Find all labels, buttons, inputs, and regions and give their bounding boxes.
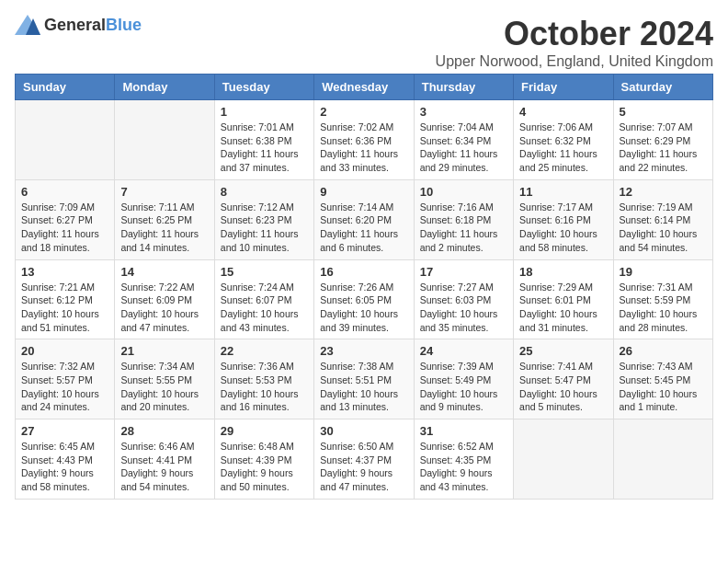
day-info: Sunrise: 7:21 AM Sunset: 6:12 PM Dayligh…: [21, 281, 108, 335]
day-number: 24: [420, 344, 507, 358]
day-info: Sunrise: 6:46 AM Sunset: 4:41 PM Dayligh…: [120, 440, 208, 494]
day-number: 27: [21, 424, 108, 438]
page-header: GeneralBlue October 2024 Upper Norwood, …: [15, 15, 713, 70]
day-number: 30: [320, 424, 407, 438]
calendar-day-cell: 5Sunrise: 7:07 AM Sunset: 6:29 PM Daylig…: [613, 100, 712, 180]
calendar-day-cell: 17Sunrise: 7:27 AM Sunset: 6:03 PM Dayli…: [414, 259, 513, 339]
calendar-day-cell: 8Sunrise: 7:12 AM Sunset: 6:23 PM Daylig…: [214, 179, 313, 259]
day-number: 18: [519, 265, 607, 279]
logo-general: General: [44, 16, 106, 34]
weekday-header: Saturday: [613, 75, 712, 100]
day-info: Sunrise: 7:01 AM Sunset: 6:38 PM Dayligh…: [221, 121, 308, 175]
calendar-day-cell: 29Sunrise: 6:48 AM Sunset: 4:39 PM Dayli…: [214, 419, 313, 500]
calendar-day-cell: 3Sunrise: 7:04 AM Sunset: 6:34 PM Daylig…: [414, 100, 513, 180]
day-number: 12: [620, 185, 707, 199]
month-title: October 2024: [436, 15, 713, 53]
day-info: Sunrise: 7:07 AM Sunset: 6:29 PM Dayligh…: [620, 121, 707, 175]
calendar-day-cell: 20Sunrise: 7:32 AM Sunset: 5:57 PM Dayli…: [16, 339, 115, 419]
day-info: Sunrise: 6:52 AM Sunset: 4:35 PM Dayligh…: [420, 440, 507, 494]
day-info: Sunrise: 7:06 AM Sunset: 6:32 PM Dayligh…: [519, 121, 607, 175]
calendar-day-cell: 15Sunrise: 7:24 AM Sunset: 6:07 PM Dayli…: [214, 259, 313, 339]
calendar-day-cell: 21Sunrise: 7:34 AM Sunset: 5:55 PM Dayli…: [115, 339, 214, 419]
day-number: 7: [120, 185, 208, 199]
calendar-week-row: 27Sunrise: 6:45 AM Sunset: 4:43 PM Dayli…: [16, 419, 713, 500]
day-info: Sunrise: 7:31 AM Sunset: 5:59 PM Dayligh…: [620, 281, 707, 335]
weekday-header: Tuesday: [214, 75, 313, 100]
logo-blue: Blue: [106, 16, 142, 34]
day-info: Sunrise: 7:17 AM Sunset: 6:16 PM Dayligh…: [519, 201, 607, 255]
calendar-week-row: 20Sunrise: 7:32 AM Sunset: 5:57 PM Dayli…: [16, 339, 713, 419]
weekday-header: Friday: [514, 75, 613, 100]
day-number: 4: [519, 105, 607, 119]
day-number: 28: [120, 424, 208, 438]
day-number: 25: [519, 344, 607, 358]
calendar-day-cell: 7Sunrise: 7:11 AM Sunset: 6:25 PM Daylig…: [115, 179, 214, 259]
weekday-header: Monday: [115, 75, 214, 100]
calendar-day-cell: 23Sunrise: 7:38 AM Sunset: 5:51 PM Dayli…: [314, 339, 414, 419]
day-info: Sunrise: 6:45 AM Sunset: 4:43 PM Dayligh…: [21, 440, 108, 494]
day-number: 21: [120, 344, 208, 358]
calendar-day-cell: 28Sunrise: 6:46 AM Sunset: 4:41 PM Dayli…: [115, 419, 214, 500]
day-info: Sunrise: 6:50 AM Sunset: 4:37 PM Dayligh…: [320, 440, 407, 494]
logo: GeneralBlue: [15, 15, 142, 35]
calendar-week-row: 13Sunrise: 7:21 AM Sunset: 6:12 PM Dayli…: [16, 259, 713, 339]
day-info: Sunrise: 7:19 AM Sunset: 6:14 PM Dayligh…: [620, 201, 707, 255]
day-info: Sunrise: 7:16 AM Sunset: 6:18 PM Dayligh…: [420, 201, 507, 255]
weekday-header-row: SundayMondayTuesdayWednesdayThursdayFrid…: [16, 75, 713, 100]
day-number: 31: [420, 424, 507, 438]
weekday-header: Sunday: [16, 75, 115, 100]
calendar-day-cell: 27Sunrise: 6:45 AM Sunset: 4:43 PM Dayli…: [16, 419, 115, 500]
day-number: 26: [620, 344, 707, 358]
day-number: 13: [21, 265, 108, 279]
day-info: Sunrise: 6:48 AM Sunset: 4:39 PM Dayligh…: [221, 440, 308, 494]
day-info: Sunrise: 7:39 AM Sunset: 5:49 PM Dayligh…: [420, 360, 507, 414]
calendar-day-cell: 1Sunrise: 7:01 AM Sunset: 6:38 PM Daylig…: [214, 100, 313, 180]
calendar-table: SundayMondayTuesdayWednesdayThursdayFrid…: [15, 74, 713, 500]
day-info: Sunrise: 7:14 AM Sunset: 6:20 PM Dayligh…: [320, 201, 407, 255]
calendar-day-cell: 13Sunrise: 7:21 AM Sunset: 6:12 PM Dayli…: [16, 259, 115, 339]
calendar-day-cell: 14Sunrise: 7:22 AM Sunset: 6:09 PM Dayli…: [115, 259, 214, 339]
day-info: Sunrise: 7:27 AM Sunset: 6:03 PM Dayligh…: [420, 281, 507, 335]
day-number: 11: [519, 185, 607, 199]
day-info: Sunrise: 7:34 AM Sunset: 5:55 PM Dayligh…: [120, 360, 208, 414]
calendar-day-cell: [115, 100, 214, 180]
day-info: Sunrise: 7:29 AM Sunset: 6:01 PM Dayligh…: [519, 281, 607, 335]
day-info: Sunrise: 7:12 AM Sunset: 6:23 PM Dayligh…: [221, 201, 308, 255]
calendar-day-cell: 6Sunrise: 7:09 AM Sunset: 6:27 PM Daylig…: [16, 179, 115, 259]
day-number: 17: [420, 265, 507, 279]
day-number: 5: [620, 105, 707, 119]
calendar-day-cell: 26Sunrise: 7:43 AM Sunset: 5:45 PM Dayli…: [613, 339, 712, 419]
calendar-day-cell: [16, 100, 115, 180]
calendar-day-cell: 18Sunrise: 7:29 AM Sunset: 6:01 PM Dayli…: [514, 259, 613, 339]
day-number: 15: [221, 265, 308, 279]
day-number: 10: [420, 185, 507, 199]
day-number: 16: [320, 265, 407, 279]
calendar-day-cell: 12Sunrise: 7:19 AM Sunset: 6:14 PM Dayli…: [613, 179, 712, 259]
weekday-header: Wednesday: [314, 75, 414, 100]
calendar-day-cell: 16Sunrise: 7:26 AM Sunset: 6:05 PM Dayli…: [314, 259, 414, 339]
calendar-week-row: 6Sunrise: 7:09 AM Sunset: 6:27 PM Daylig…: [16, 179, 713, 259]
day-number: 29: [221, 424, 308, 438]
calendar-day-cell: 9Sunrise: 7:14 AM Sunset: 6:20 PM Daylig…: [314, 179, 414, 259]
location-title: Upper Norwood, England, United Kingdom: [436, 53, 713, 70]
calendar-week-row: 1Sunrise: 7:01 AM Sunset: 6:38 PM Daylig…: [16, 100, 713, 180]
day-number: 23: [320, 344, 407, 358]
day-number: 9: [320, 185, 407, 199]
calendar-day-cell: 22Sunrise: 7:36 AM Sunset: 5:53 PM Dayli…: [214, 339, 313, 419]
day-number: 19: [620, 265, 707, 279]
calendar-day-cell: [613, 419, 712, 500]
day-info: Sunrise: 7:32 AM Sunset: 5:57 PM Dayligh…: [21, 360, 108, 414]
day-info: Sunrise: 7:22 AM Sunset: 6:09 PM Dayligh…: [120, 281, 208, 335]
calendar-day-cell: 24Sunrise: 7:39 AM Sunset: 5:49 PM Dayli…: [414, 339, 513, 419]
day-info: Sunrise: 7:38 AM Sunset: 5:51 PM Dayligh…: [320, 360, 407, 414]
day-number: 22: [221, 344, 308, 358]
logo-text: GeneralBlue: [44, 16, 142, 35]
calendar-day-cell: 25Sunrise: 7:41 AM Sunset: 5:47 PM Dayli…: [514, 339, 613, 419]
calendar-day-cell: [514, 419, 613, 500]
day-info: Sunrise: 7:11 AM Sunset: 6:25 PM Dayligh…: [120, 201, 208, 255]
calendar-day-cell: 31Sunrise: 6:52 AM Sunset: 4:35 PM Dayli…: [414, 419, 513, 500]
title-block: October 2024 Upper Norwood, England, Uni…: [436, 15, 713, 70]
day-number: 1: [221, 105, 308, 119]
calendar-day-cell: 4Sunrise: 7:06 AM Sunset: 6:32 PM Daylig…: [514, 100, 613, 180]
logo-icon: [15, 15, 40, 35]
